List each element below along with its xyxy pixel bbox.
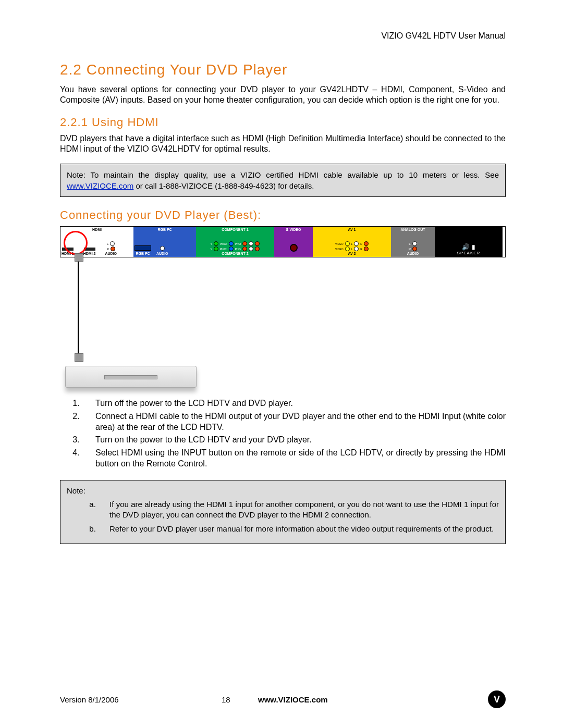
panel-hdmi-section: HDMI HDMI 1 HDMI 2 L R AUDIO <box>60 227 133 257</box>
intro-paragraph: You have several options for connecting … <box>60 84 506 105</box>
hdmi-cable-icon <box>78 261 79 354</box>
component-bot-label: COMPONENT 2 <box>197 252 273 255</box>
l-label: L <box>409 242 410 245</box>
hdmi-l-label: L <box>107 242 108 245</box>
jack-icon <box>354 246 359 251</box>
component-top-label: COMPONENT 1 <box>196 228 274 231</box>
jack-icon <box>412 246 417 251</box>
jack-icon <box>255 241 260 246</box>
panel-speaker-section: 🔊 ▮ SPEAKER <box>435 227 503 257</box>
footer-page-number: 18 <box>222 695 253 704</box>
jack-icon <box>242 241 247 246</box>
jack-icon <box>255 246 260 251</box>
jack-icon <box>111 246 115 251</box>
jack-icon <box>160 246 165 251</box>
note-box-2: Note: If you are already using the HDMI … <box>60 480 506 544</box>
vizio-logo-icon: V <box>488 690 506 708</box>
page-footer: Version 8/1/2006 18 www.VIZIOCE.com V <box>60 690 506 708</box>
rgb-top-label: RGB PC <box>133 228 196 231</box>
analog-audio-label: AUDIO <box>392 252 434 255</box>
dvd-player-icon <box>65 366 197 388</box>
step-3: Turn on the power to the LCD HDTV and yo… <box>82 435 506 446</box>
av-bot-label: AV 2 <box>314 252 390 255</box>
rgb-port-icon <box>134 245 151 251</box>
r-label: R <box>360 248 362 251</box>
note-box-1: Note: To maintain the display quality, u… <box>60 164 506 197</box>
pr-label: Pr/Cr <box>235 248 241 251</box>
pr-label: Pr/Cr <box>235 242 241 245</box>
hdmi1-label: HDMI 1 <box>62 252 74 255</box>
step-4: Select HDMI using the INPUT button on th… <box>82 448 506 470</box>
video-label: VIDEO <box>335 242 344 245</box>
section-title-2-2: 2.2 Connecting Your DVD Player <box>60 61 506 78</box>
jack-icon <box>214 241 218 246</box>
hdmi2-port-icon <box>84 248 95 251</box>
note2-item-a: If you are already using the HDMI 1 inpu… <box>98 499 499 521</box>
l-label: L <box>351 242 353 245</box>
hdmi-top-label: HDMI <box>60 228 133 231</box>
jack-icon <box>110 241 115 246</box>
jack-icon <box>229 246 234 251</box>
panel-svideo-section: S-VIDEO <box>274 227 313 257</box>
panel-component-section: COMPONENT 1 Y Pb/Cb Pr/Cr Y Pb/Cb Pr/Cr … <box>196 227 274 257</box>
jack-icon <box>229 241 234 246</box>
panel-av-section: AV 1 VIDEO L R VIDEO L R AV 2 <box>313 227 391 257</box>
speaker-icon: 🔊 ▮ <box>457 243 481 251</box>
l-label: L <box>351 248 353 251</box>
jack-icon <box>412 241 417 246</box>
doc-header: VIZIO GV42L HDTV User Manual <box>60 31 506 41</box>
hdmi1-port-icon <box>62 248 74 251</box>
hdmi-cable-illustration <box>65 261 201 388</box>
hdmi-r-label: R <box>107 248 109 251</box>
jack-icon <box>364 246 369 251</box>
av-top-label: AV 1 <box>313 228 391 231</box>
jack-icon <box>345 241 350 246</box>
jack-icon <box>354 241 359 246</box>
vizioce-link[interactable]: www.VIZIOCE.com <box>67 181 133 190</box>
footer-site: www.VIZIOCE.com <box>258 695 328 704</box>
video-label: VIDEO <box>335 248 344 251</box>
steps-list: Turn off the power to the LCD HDTV and D… <box>60 398 506 470</box>
step-2: Connect a HDMI cable to the HDMI output … <box>82 411 506 433</box>
jack-icon <box>249 246 253 251</box>
jack-icon <box>345 246 350 251</box>
pb-label: Pb/Cb <box>220 242 227 245</box>
note2-item-b: Refer to your DVD player user manual for… <box>98 524 499 534</box>
r-label: R <box>409 248 411 251</box>
pb-label: Pb/Cb <box>220 248 227 251</box>
panel-analog-out-section: ANALOG OUT L R AUDIO <box>391 227 435 257</box>
hdmi2-label: HDMI 2 <box>83 252 96 255</box>
rgb-bot-label: RGB PC <box>134 252 151 255</box>
note1-post: or call 1-888-VIZIOCE (1-888-849-4623) f… <box>133 181 314 190</box>
svideo-top-label: S-VIDEO <box>274 228 313 231</box>
panel-rgb-section: RGB PC RGB PC AUDIO <box>133 227 196 257</box>
r-label: R <box>360 242 362 245</box>
rgb-audio-label: AUDIO <box>156 252 168 255</box>
analog-out-top-label: ANALOG OUT <box>391 228 435 231</box>
jack-icon <box>364 241 369 246</box>
page: VIZIO GV42L HDTV User Manual 2.2 Connect… <box>0 0 563 728</box>
footer-version: Version 8/1/2006 <box>60 695 216 704</box>
jack-icon <box>249 241 253 246</box>
y-label: Y <box>211 248 212 251</box>
section-title-best: Connecting your DVD Player (Best): <box>60 208 506 222</box>
jack-icon <box>242 246 247 251</box>
svideo-port-icon <box>290 244 298 252</box>
hdmi-paragraph: DVD players that have a digital interfac… <box>60 133 506 154</box>
jack-icon <box>214 246 218 251</box>
speaker-label: SPEAKER <box>457 251 481 255</box>
note1-pre: Note: To maintain the display quality, u… <box>67 170 499 179</box>
hdmi-audio-label: AUDIO <box>105 252 117 255</box>
section-title-2-2-1: 2.2.1 Using HDMI <box>60 116 506 129</box>
rear-connector-panel: HDMI HDMI 1 HDMI 2 L R AUDIO RGB PC <box>60 226 506 257</box>
note2-title: Note: <box>67 486 499 496</box>
step-1: Turn off the power to the LCD HDTV and D… <box>82 398 506 409</box>
y-label: Y <box>211 242 212 245</box>
